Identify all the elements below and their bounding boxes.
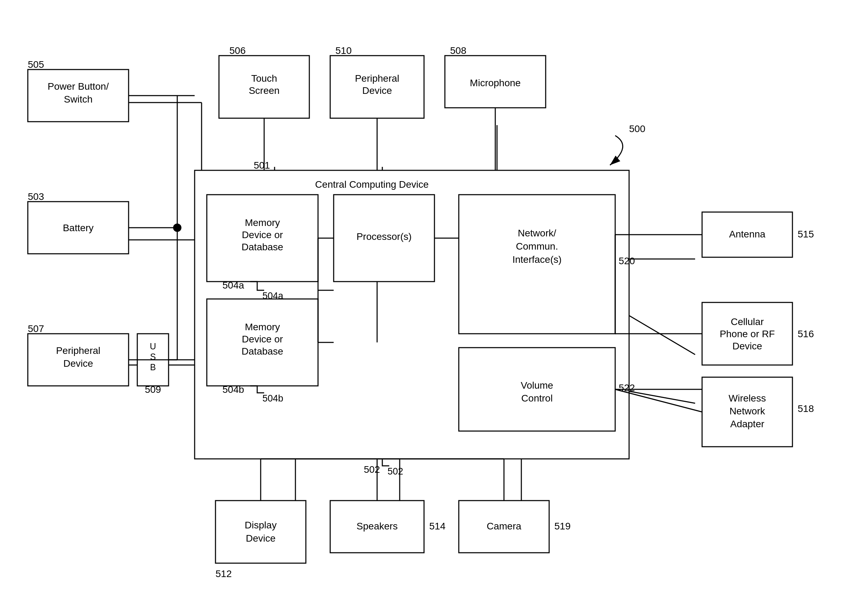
svg-text:Power Button/: Power Button/ <box>48 81 109 92</box>
ref-516: 516 <box>798 328 814 339</box>
svg-text:Device: Device <box>732 341 762 351</box>
svg-text:Memory: Memory <box>245 322 280 333</box>
svg-text:Battery: Battery <box>63 222 94 233</box>
ref-510: 510 <box>336 45 352 56</box>
ref-502-label: 502 <box>388 466 403 477</box>
svg-text:Wireless: Wireless <box>728 393 766 404</box>
ref-505: 505 <box>28 59 44 70</box>
svg-text:Microphone: Microphone <box>470 78 521 88</box>
svg-text:Peripheral: Peripheral <box>355 73 399 84</box>
svg-text:B: B <box>150 362 156 372</box>
ref-514: 514 <box>429 521 446 532</box>
svg-text:Commun.: Commun. <box>516 241 558 252</box>
ref-522: 522 <box>619 382 635 393</box>
svg-text:Memory: Memory <box>245 217 280 228</box>
svg-text:Volume: Volume <box>521 380 553 391</box>
svg-text:Antenna: Antenna <box>729 229 766 239</box>
ref-507: 507 <box>28 323 44 334</box>
svg-text:Adapter: Adapter <box>730 418 764 429</box>
svg-text:Display: Display <box>245 520 277 530</box>
svg-text:Interface(s): Interface(s) <box>512 254 562 265</box>
ref-512: 512 <box>216 568 232 579</box>
svg-text:Cellular: Cellular <box>731 316 764 327</box>
svg-text:Device: Device <box>246 533 276 544</box>
svg-text:Switch: Switch <box>64 94 92 105</box>
ref-501: 501 <box>254 160 270 171</box>
svg-text:Device: Device <box>362 85 392 96</box>
display-device-box <box>216 501 306 563</box>
svg-text:Database: Database <box>242 346 283 357</box>
ref-504b-label: 504b <box>262 393 283 404</box>
svg-text:Touch: Touch <box>251 73 277 84</box>
svg-text:Peripheral: Peripheral <box>56 345 100 356</box>
ref-504a-label: 504a <box>262 291 283 301</box>
svg-text:Processor(s): Processor(s) <box>357 231 412 242</box>
svg-text:Device or: Device or <box>242 230 283 240</box>
svg-text:Network/: Network/ <box>518 228 556 239</box>
ref-503: 503 <box>28 191 44 202</box>
junction-dot <box>173 224 181 232</box>
svg-text:Database: Database <box>242 242 283 252</box>
svg-text:Network: Network <box>729 406 766 417</box>
svg-text:Speakers: Speakers <box>357 521 398 532</box>
svg-text:Phone or RF: Phone or RF <box>720 328 775 339</box>
svg-text:U: U <box>150 342 156 351</box>
ref-519: 519 <box>555 521 571 532</box>
main-diagram-svg: Power Button/ Switch 505 Battery 503 Per… <box>0 0 855 616</box>
svg-text:Central Computing Device: Central Computing Device <box>315 179 429 190</box>
ref-520: 520 <box>619 256 635 266</box>
svg-text:Device: Device <box>63 358 93 369</box>
ref-506: 506 <box>229 45 246 56</box>
ref-509: 509 <box>145 384 161 395</box>
svg-text:Control: Control <box>521 393 553 404</box>
ref-518: 518 <box>798 403 814 414</box>
ref-504a: 504a <box>222 280 244 291</box>
ref-515: 515 <box>798 229 814 239</box>
svg-text:Camera: Camera <box>487 521 521 532</box>
ref-508: 508 <box>450 45 466 56</box>
svg-text:Screen: Screen <box>249 85 280 96</box>
svg-text:Device or: Device or <box>242 334 283 345</box>
ref-504b: 504b <box>222 384 244 395</box>
ref-500: 500 <box>629 123 645 134</box>
